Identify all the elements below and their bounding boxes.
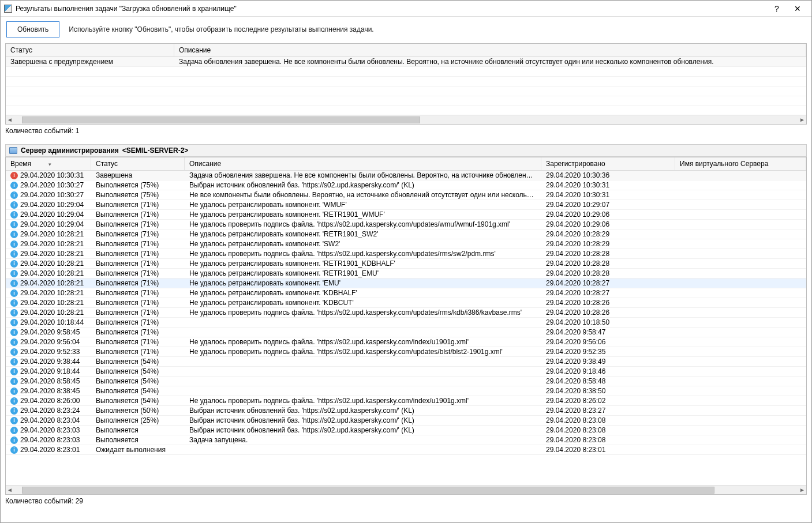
table-row[interactable]: i29.04.2020 10:28:21Выполняется (71%)Не … [6, 269, 806, 279]
scroll-right-icon[interactable]: ► [798, 487, 806, 493]
info-icon: i [10, 240, 18, 248]
event-virtual [675, 292, 806, 294]
event-registered: 29.04.2020 8:38:50 [541, 386, 675, 396]
event-registered: 29.04.2020 10:28:29 [541, 229, 675, 239]
server-icon [9, 147, 17, 154]
event-virtual [675, 204, 806, 205]
scroll-left-icon[interactable]: ◄ [6, 487, 14, 493]
app-icon [4, 5, 12, 13]
table-row[interactable]: i29.04.2020 9:58:45Выполняется (71%)29.0… [6, 328, 806, 337]
table-row[interactable]: i29.04.2020 10:28:21Выполняется (71%)Не … [6, 298, 806, 308]
events-body[interactable]: !29.04.2020 10:30:31ЗавершенаЗадача обно… [6, 171, 806, 485]
event-time: 29.04.2020 10:29:04 [20, 201, 84, 209]
refresh-button[interactable]: Обновить [6, 21, 59, 37]
summary-row[interactable]: Завершена с предупреждением Задача обнов… [6, 57, 806, 67]
event-description: Не удалось проверить подпись файла. 'htt… [185, 337, 541, 347]
event-virtual [675, 371, 806, 372]
table-row[interactable]: i29.04.2020 10:28:21Выполняется (71%)Не … [6, 239, 806, 249]
window: Результаты выполнения задачи "Загрузка о… [0, 0, 812, 523]
table-row[interactable]: i29.04.2020 10:29:04Выполняется (71%)Не … [6, 200, 806, 210]
info-icon: i [10, 368, 18, 375]
close-button[interactable]: ✕ [787, 2, 808, 16]
table-row[interactable]: i29.04.2020 8:26:00Выполняется (54%)Не у… [6, 396, 806, 406]
event-description: Не удалось ретранслировать компонент. 'W… [185, 200, 541, 209]
scroll-right-icon[interactable]: ► [798, 116, 806, 123]
table-row[interactable]: i29.04.2020 10:28:21Выполняется (71%)Не … [6, 229, 806, 239]
event-time: 29.04.2020 10:28:21 [20, 269, 84, 277]
event-status: Выполняется (71%) [91, 229, 185, 239]
table-row[interactable]: i29.04.2020 8:23:03ВыполняетсяЗадача зап… [6, 435, 806, 445]
info-icon: i [10, 309, 18, 317]
summary-hscroll[interactable]: ◄ ► [6, 115, 806, 124]
event-status: Выполняется (75%) [91, 180, 185, 190]
scroll-thumb[interactable] [22, 487, 714, 494]
event-description: Выбран источник обновлений баз. 'https:/… [185, 416, 541, 425]
event-description: Не удалось ретранслировать компонент. 'K… [185, 288, 541, 298]
event-registered: 29.04.2020 10:28:29 [541, 239, 675, 249]
scroll-left-icon[interactable]: ◄ [6, 116, 14, 123]
scroll-thumb[interactable] [22, 116, 420, 123]
server-label-prefix: Сервер администрирования [21, 146, 119, 155]
col-header-status[interactable]: Статус [6, 44, 174, 57]
event-time: 29.04.2020 9:58:45 [20, 328, 80, 336]
event-registered: 29.04.2020 10:28:28 [541, 259, 675, 268]
event-status: Выполняется (71%) [91, 200, 185, 209]
event-description: Не удалось проверить подпись файла. 'htt… [185, 396, 541, 405]
info-icon: i [10, 231, 18, 238]
col-header-time[interactable]: Время▾ [6, 157, 91, 170]
table-row[interactable]: i29.04.2020 10:28:21Выполняется (71%)Не … [6, 279, 806, 288]
col-header-virtual[interactable]: Имя виртуального Сервера [675, 157, 806, 170]
table-row[interactable]: i29.04.2020 10:30:27Выполняется (75%)Выб… [6, 180, 806, 190]
event-description: Задача запущена. [185, 435, 541, 445]
event-time: 29.04.2020 10:28:21 [20, 299, 84, 307]
event-virtual [675, 322, 806, 323]
table-row[interactable]: i29.04.2020 10:29:04Выполняется (71%)Не … [6, 220, 806, 229]
info-icon: i [10, 221, 18, 228]
event-time: 29.04.2020 10:28:21 [20, 240, 84, 248]
info-icon: i [10, 358, 18, 366]
table-row[interactable]: !29.04.2020 10:30:31ЗавершенаЗадача обно… [6, 171, 806, 180]
table-row[interactable]: i29.04.2020 10:28:21Выполняется (71%)Не … [6, 249, 806, 259]
table-row[interactable]: i29.04.2020 9:18:44Выполняется (54%)29.0… [6, 367, 806, 377]
col-header-status[interactable]: Статус [91, 157, 185, 170]
info-icon: i [10, 270, 18, 277]
table-row[interactable]: i29.04.2020 8:58:45Выполняется (54%)29.0… [6, 377, 806, 386]
table-row[interactable]: i29.04.2020 10:30:27Выполняется (75%)Не … [6, 190, 806, 200]
event-status: Выполняется (71%) [91, 269, 185, 278]
help-button[interactable]: ? [766, 2, 787, 16]
event-registered: 29.04.2020 10:30:36 [541, 171, 675, 180]
col-header-description[interactable]: Описание [174, 44, 806, 57]
event-virtual [675, 439, 806, 441]
table-row[interactable]: i29.04.2020 10:18:44Выполняется (71%)29.… [6, 318, 806, 328]
table-row[interactable]: i29.04.2020 10:28:21Выполняется (71%)Не … [6, 288, 806, 298]
event-registered: 29.04.2020 8:58:48 [541, 377, 675, 386]
table-row[interactable]: i29.04.2020 10:28:21Выполняется (71%)Не … [6, 259, 806, 269]
table-row[interactable]: i29.04.2020 8:38:45Выполняется (54%)29.0… [6, 386, 806, 396]
table-row[interactable]: i29.04.2020 10:28:21Выполняется (71%)Не … [6, 308, 806, 318]
event-virtual [675, 449, 806, 450]
event-time: 29.04.2020 10:28:21 [20, 259, 84, 268]
event-status: Выполняется (71%) [91, 259, 185, 268]
table-row[interactable]: i29.04.2020 8:23:03ВыполняетсяВыбран ист… [6, 426, 806, 435]
event-status: Выполняется (71%) [91, 239, 185, 249]
event-time: 29.04.2020 9:56:04 [20, 338, 80, 346]
table-row[interactable]: i29.04.2020 8:23:24Выполняется (50%)Выбр… [6, 406, 806, 416]
server-section-header[interactable]: Сервер администрирования <SEMIL-SERVER-2… [5, 144, 807, 157]
events-count: Количество событий: 29 [1, 496, 811, 506]
event-registered: 29.04.2020 10:28:28 [541, 249, 675, 258]
event-registered: 29.04.2020 10:18:50 [541, 318, 675, 327]
event-virtual [675, 361, 806, 362]
table-row[interactable]: i29.04.2020 10:29:04Выполняется (71%)Не … [6, 210, 806, 220]
table-row[interactable]: i29.04.2020 8:23:04Выполняется (25%)Выбр… [6, 416, 806, 426]
col-header-registered[interactable]: Зарегистрировано [541, 157, 675, 170]
table-row[interactable]: i29.04.2020 9:52:33Выполняется (71%)Не у… [6, 347, 806, 357]
events-hscroll[interactable]: ◄ ► [6, 485, 806, 494]
empty-row [6, 77, 806, 86]
event-status: Выполняется (54%) [91, 386, 185, 396]
event-time: 29.04.2020 10:28:21 [20, 308, 84, 317]
table-row[interactable]: i29.04.2020 9:38:44Выполняется (54%)29.0… [6, 357, 806, 367]
event-virtual [675, 185, 806, 186]
table-row[interactable]: i29.04.2020 8:23:01Ожидает выполнения29.… [6, 445, 806, 455]
table-row[interactable]: i29.04.2020 9:56:04Выполняется (71%)Не у… [6, 337, 806, 347]
col-header-description[interactable]: Описание [185, 157, 541, 170]
